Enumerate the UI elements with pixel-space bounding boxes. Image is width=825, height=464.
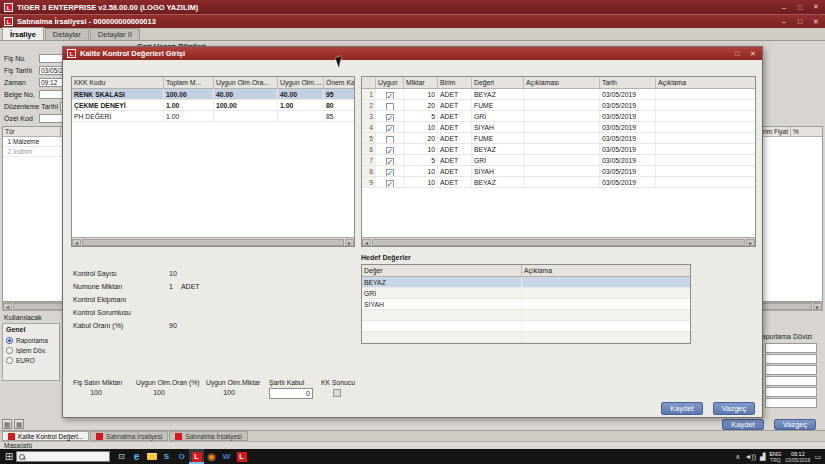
uygun-checkbox[interactable] <box>386 92 394 99</box>
control-info-value[interactable]: 10 <box>169 270 177 277</box>
column-uygun-olm[interactable]: Uygun Olm.... <box>278 77 324 88</box>
skype-icon[interactable]: S <box>159 449 174 464</box>
kkk-criteria-row[interactable]: ÇEKME DENEYİ 1.00 100.00 1.00 80 <box>72 100 354 111</box>
column-percent[interactable]: % <box>791 127 824 137</box>
uygun-checkbox[interactable] <box>386 103 394 110</box>
task-view-icon[interactable]: ⊡ <box>114 449 129 464</box>
column-aciklama[interactable]: Açıklama <box>522 265 690 276</box>
dialog-maximize-button[interactable]: □ <box>732 50 742 57</box>
doc-minimize-button[interactable]: – <box>779 18 789 25</box>
scroll-left-icon[interactable]: ◄ <box>3 303 12 310</box>
document-tab[interactable]: Detaylar II <box>90 28 140 40</box>
uygun-checkbox[interactable] <box>386 136 394 143</box>
form-save-button[interactable]: Kaydet <box>722 419 764 430</box>
network-icon[interactable]: ▟ <box>760 453 765 461</box>
document-tab[interactable]: Detaylar <box>45 28 89 40</box>
column-uygun[interactable]: Uygun <box>376 77 404 88</box>
quality-measurement-row[interactable]: 7 5 ADET GRİ 03/05/2019 <box>362 155 755 166</box>
column-onem[interactable]: Önem Kat... <box>324 77 354 88</box>
column-tur[interactable]: Tür <box>3 127 61 137</box>
uygun-checkbox[interactable] <box>386 125 394 132</box>
uygun-checkbox[interactable] <box>386 147 394 154</box>
quality-measurement-row[interactable]: 9 10 ADET BEYAZ 03/05/2019 <box>362 177 755 188</box>
dispatch-line-row[interactable]: 1 Malzeme <box>3 137 63 147</box>
scroll-right-icon[interactable]: ► <box>345 239 354 246</box>
radio-icon[interactable] <box>6 347 13 354</box>
quality-measurement-row[interactable]: 4 10 ADET SİYAH 03/05/2019 <box>362 122 755 133</box>
dialog-save-button[interactable]: Kaydet <box>661 402 703 415</box>
scroll-thumb[interactable] <box>372 239 745 246</box>
quality-measurement-row[interactable]: 1 10 ADET BEYAZ 03/05/2019 <box>362 89 755 100</box>
kkk-grid-hscrollbar[interactable]: ◄ ► <box>72 237 354 246</box>
quality-measurement-row[interactable]: 2 20 ADET FUME 03/05/2019 <box>362 100 755 111</box>
workspace-tab[interactable]: Satınalma İrsaliyesi <box>90 431 168 441</box>
control-info-value[interactable]: 90 <box>169 322 177 329</box>
tile-window-icon[interactable]: ▦ <box>2 419 12 429</box>
column-deger[interactable]: Değer <box>362 265 522 276</box>
column-toplam[interactable]: Toplam M... <box>164 77 214 88</box>
scroll-thumb[interactable] <box>82 239 344 246</box>
column-birim[interactable]: Birim <box>438 77 472 88</box>
uygun-checkbox[interactable] <box>386 114 394 121</box>
dialog-cancel-button[interactable]: Vazgeç <box>713 402 755 415</box>
outlook-icon[interactable]: O <box>174 449 189 464</box>
doc-maximize-button[interactable]: □ <box>795 18 805 25</box>
kkk-criteria-row[interactable]: PH DEĞERİ 1.00 85 <box>72 111 354 122</box>
scroll-left-icon[interactable]: ◄ <box>362 239 371 246</box>
currency-option[interactable]: Raporlama <box>6 335 56 345</box>
notification-center-icon[interactable]: ▭ <box>814 453 821 461</box>
edge-icon[interactable]: e <box>129 449 144 464</box>
document-tab[interactable]: İrsaliye <box>2 27 44 40</box>
logo-tiger-icon[interactable]: L <box>189 449 204 464</box>
target-value-row[interactable] <box>362 321 690 332</box>
clock[interactable]: 09:12 03/05/2019 <box>785 451 810 463</box>
currency-option[interactable]: EURO <box>6 355 56 365</box>
language-indicator[interactable]: ENG TRQ <box>769 451 781 463</box>
firefox-icon[interactable]: ◉ <box>204 449 219 464</box>
uygun-checkbox[interactable] <box>386 158 394 165</box>
word-icon[interactable]: W <box>219 449 234 464</box>
doc-close-button[interactable]: ✕ <box>811 18 821 26</box>
column-aciklama[interactable]: Açıklama <box>656 77 755 88</box>
form-cancel-button[interactable]: Vazgeç <box>774 419 816 430</box>
dialog-close-button[interactable]: ✕ <box>748 50 758 58</box>
quality-measurement-row[interactable]: 6 10 ADET BEYAZ 03/05/2019 <box>362 144 755 155</box>
measurements-grid-hscrollbar[interactable]: ◄ ► <box>362 237 755 246</box>
scroll-right-icon[interactable]: ► <box>813 303 822 310</box>
column-miktar[interactable]: Miktar <box>404 77 438 88</box>
workspace-tab[interactable]: Satınalma İrsaliyesi <box>169 431 247 441</box>
column-uygun-olm-oran[interactable]: Uygun Olm.Ora... <box>214 77 278 88</box>
radio-icon[interactable] <box>6 337 13 344</box>
quality-measurement-row[interactable]: 8 10 ADET SİYAH 03/05/2019 <box>362 166 755 177</box>
app-maximize-button[interactable]: □ <box>795 4 805 11</box>
target-value-row[interactable]: BEYAZ <box>362 277 690 288</box>
kk-sonucu-checkbox[interactable] <box>333 389 341 397</box>
workspace-tab[interactable]: Kalite Kontrol Değerl... <box>2 431 89 441</box>
control-info-value[interactable]: 1 <box>169 283 173 290</box>
uygun-checkbox[interactable] <box>386 169 394 176</box>
currency-option[interactable]: İşlem Döv. <box>6 345 56 355</box>
column-degeri[interactable]: Değeri <box>472 77 524 88</box>
scroll-right-icon[interactable]: ► <box>746 239 755 246</box>
target-value-row[interactable]: SİYAH <box>362 299 690 310</box>
taskbar-search[interactable] <box>16 451 110 462</box>
volume-icon[interactable]: ◄)) <box>744 453 756 460</box>
dispatch-line-row[interactable]: 2 İndirim <box>3 147 63 157</box>
tile-window-icon-2[interactable]: ▦ <box>14 419 24 429</box>
target-value-row[interactable]: GRİ <box>362 288 690 299</box>
target-value-row[interactable] <box>362 310 690 321</box>
tray-chevron-icon[interactable]: ∧ <box>735 453 740 461</box>
app-close-button[interactable]: ✕ <box>811 3 821 11</box>
column-aciklamasi[interactable]: Açıklaması <box>524 77 600 88</box>
column-tarih[interactable]: Tarih <box>600 77 656 88</box>
radio-icon[interactable] <box>6 357 13 364</box>
file-explorer-icon[interactable] <box>144 449 159 464</box>
uygun-checkbox[interactable] <box>386 180 394 187</box>
kkk-criteria-row[interactable]: RENK SKALASI 100.00 40.00 40.00 95 <box>72 89 354 100</box>
app-minimize-button[interactable]: – <box>779 4 789 11</box>
column-kkk-kodu[interactable]: KKK Kodu <box>72 77 164 88</box>
sartli-kabul-input[interactable]: 0 <box>269 388 313 399</box>
quality-measurement-row[interactable]: 3 5 ADET GRİ 03/05/2019 <box>362 111 755 122</box>
target-value-row[interactable] <box>362 332 690 343</box>
quality-measurement-row[interactable]: 5 20 ADET FUME 03/05/2019 <box>362 133 755 144</box>
